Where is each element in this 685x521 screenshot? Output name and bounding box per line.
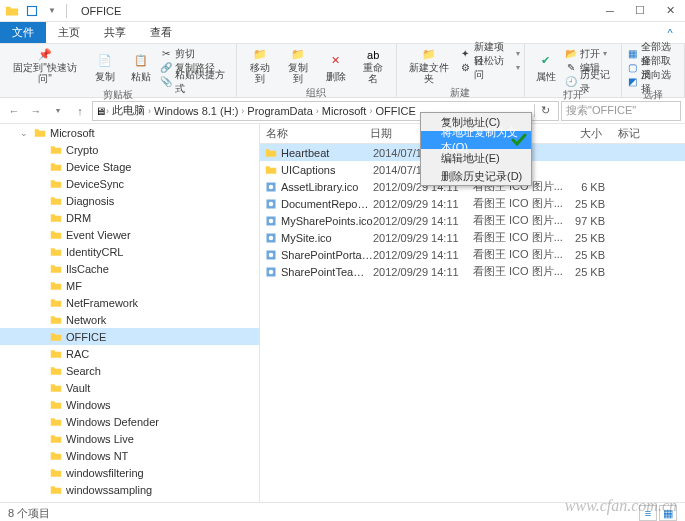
tree-item[interactable]: Device Stage: [0, 158, 259, 175]
menu-copy-as-text[interactable]: 将地址复制为文本(O): [421, 131, 531, 149]
copy-button[interactable]: 📄复制: [88, 46, 122, 86]
pin-button[interactable]: 📌固定到"快速访问": [4, 46, 86, 86]
file-size: 25 KB: [563, 249, 613, 261]
tree-item[interactable]: DRM: [0, 209, 259, 226]
file-size: 25 KB: [563, 266, 613, 278]
properties-button[interactable]: ✔属性: [529, 46, 563, 86]
cut-button[interactable]: ✂剪切: [160, 47, 232, 60]
table-row[interactable]: MySharePoints.ico2012/09/29 14:11看图王 ICO…: [260, 212, 685, 229]
tree-item[interactable]: windowssampling: [0, 481, 259, 498]
crumb-p2[interactable]: Microsoft: [319, 105, 370, 117]
tree-item-label: Windows Defender: [66, 416, 159, 428]
tree-item[interactable]: Network: [0, 311, 259, 328]
file-size: 6 KB: [563, 181, 613, 193]
tree-item[interactable]: NetFramework: [0, 294, 259, 311]
open-icon: 📂: [565, 48, 577, 60]
forward-button[interactable]: →: [26, 101, 46, 121]
folder-icon: [49, 449, 63, 463]
history-button[interactable]: 🕘历史记录: [565, 75, 618, 88]
tree-item[interactable]: Vault: [0, 379, 259, 396]
close-button[interactable]: ✕: [655, 0, 685, 22]
tree-item[interactable]: windowsfiltering: [0, 464, 259, 481]
crumb-drive[interactable]: Windows 8.1 (H:): [151, 105, 241, 117]
copyto-button[interactable]: 📁复制到: [280, 46, 317, 86]
col-name[interactable]: 名称: [260, 126, 370, 141]
tree-item[interactable]: Crypto: [0, 141, 259, 158]
crumb-p3[interactable]: OFFICE: [372, 105, 418, 117]
copy-icon: 📄: [95, 50, 115, 70]
maximize-button[interactable]: ☐: [625, 0, 655, 22]
rename-button[interactable]: ab重命名: [355, 46, 392, 86]
delete-button[interactable]: ✕删除: [319, 46, 353, 86]
paste-shortcut-button[interactable]: 📎粘贴快捷方式: [160, 75, 232, 88]
tree-item-label: Crypto: [66, 144, 98, 156]
col-tag[interactable]: 标记: [610, 126, 685, 141]
tree-item[interactable]: Diagnosis: [0, 192, 259, 209]
file-date: 2012/09/29 14:11: [373, 266, 473, 278]
folder-icon: [49, 381, 63, 395]
tab-share[interactable]: 共享: [92, 22, 138, 43]
qat-icon[interactable]: [24, 3, 40, 19]
newfolder-button[interactable]: 📁新建文件夹: [401, 46, 458, 86]
minimize-button[interactable]: ─: [595, 0, 625, 22]
svg-point-8: [269, 235, 274, 240]
tab-home[interactable]: 主页: [46, 22, 92, 43]
group-label: 组织: [241, 86, 391, 101]
tree-item[interactable]: IlsCache: [0, 260, 259, 277]
tree-item[interactable]: MF: [0, 277, 259, 294]
table-row[interactable]: SharePointPortalS...2012/09/29 14:11看图王 …: [260, 246, 685, 263]
back-button[interactable]: ←: [4, 101, 24, 121]
folder-icon: [33, 126, 47, 140]
checkmark-icon: [511, 132, 527, 148]
crumb-pc[interactable]: 此电脑: [109, 103, 148, 118]
file-name: Heartbeat: [281, 147, 373, 159]
tree-item[interactable]: Windows Defender: [0, 413, 259, 430]
invert-button[interactable]: ◩反向选择: [626, 75, 680, 88]
folder-icon: [49, 500, 63, 503]
tree-item[interactable]: Windows NT: [0, 447, 259, 464]
open-button[interactable]: 📂打开▾: [565, 47, 618, 60]
folder-tree[interactable]: ⌄MicrosoftCryptoDevice StageDeviceSyncDi…: [0, 124, 260, 502]
rename-icon: ab: [363, 48, 383, 61]
table-row[interactable]: SharePointTeamSi...2012/09/29 14:11看图王 I…: [260, 263, 685, 280]
tree-item[interactable]: WPD: [0, 498, 259, 502]
refresh-button[interactable]: ↻: [534, 104, 556, 117]
menu-delete-history[interactable]: 删除历史记录(D): [421, 167, 531, 185]
tree-item[interactable]: Search: [0, 362, 259, 379]
tree-item[interactable]: RAC: [0, 345, 259, 362]
file-icon: [264, 248, 278, 262]
tree-item-label: Diagnosis: [66, 195, 114, 207]
moveto-button[interactable]: 📁移动到: [241, 46, 278, 86]
qat-dropdown-icon[interactable]: ▼: [44, 3, 60, 19]
folder-icon: [49, 160, 63, 174]
view-icons-button[interactable]: ▦: [659, 505, 677, 521]
up-button[interactable]: ↑: [70, 101, 90, 121]
tree-item-label: NetFramework: [66, 297, 138, 309]
menu-edit-address[interactable]: 编辑地址(E): [421, 149, 531, 167]
recent-dropdown[interactable]: ▾: [48, 101, 68, 121]
tree-item[interactable]: Windows: [0, 396, 259, 413]
tree-item[interactable]: OFFICE: [0, 328, 259, 345]
col-size[interactable]: 大小: [560, 126, 610, 141]
folder-icon: [49, 313, 63, 327]
crumb-p1[interactable]: ProgramData: [244, 105, 315, 117]
search-input[interactable]: 搜索"OFFICE": [561, 101, 681, 121]
file-icon: [264, 231, 278, 245]
tree-item[interactable]: ⌄Microsoft: [0, 124, 259, 141]
tree-item[interactable]: IdentityCRL: [0, 243, 259, 260]
tree-item[interactable]: DeviceSync: [0, 175, 259, 192]
tab-file[interactable]: 文件: [0, 22, 46, 43]
file-icon: [264, 214, 278, 228]
tree-item[interactable]: Windows Live: [0, 430, 259, 447]
tab-view[interactable]: 查看: [138, 22, 184, 43]
titlebar: ▼ OFFICE ─ ☐ ✕: [0, 0, 685, 22]
table-row[interactable]: MySite.ico2012/09/29 14:11看图王 ICO 图片...2…: [260, 229, 685, 246]
view-details-button[interactable]: ≡: [639, 505, 657, 521]
path-icon: 🔗: [160, 62, 172, 74]
easyaccess-button[interactable]: ⚙轻松访问▾: [459, 61, 519, 74]
tree-item[interactable]: Event Viewer: [0, 226, 259, 243]
tree-item-label: Event Viewer: [66, 229, 131, 241]
easy-icon: ⚙: [459, 62, 471, 74]
paste-button[interactable]: 📋粘贴: [124, 46, 158, 86]
table-row[interactable]: DocumentReposit...2012/09/29 14:11看图王 IC…: [260, 195, 685, 212]
